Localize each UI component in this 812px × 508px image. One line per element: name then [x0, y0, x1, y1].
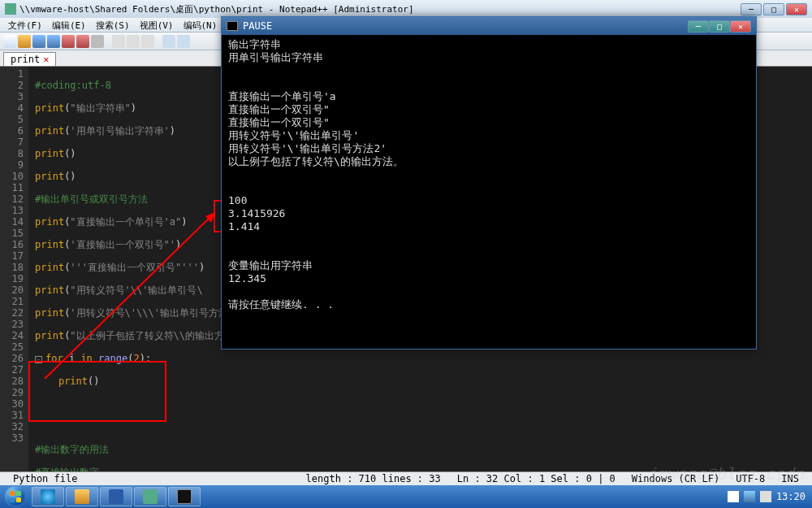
- start-button[interactable]: [0, 485, 31, 508]
- volume-icon[interactable]: [760, 491, 771, 502]
- taskbar: 13:20: [0, 485, 812, 508]
- console-output: 输出字符串 用单引号输出字符串 直接输出一个单引号'a 直接输出一个双引号" 直…: [222, 35, 756, 315]
- saveall-icon[interactable]: [47, 35, 60, 48]
- console-titlebar[interactable]: PAUSE ─ □ ✕: [222, 17, 756, 35]
- closeall-icon[interactable]: [76, 35, 89, 48]
- flag-icon[interactable]: [728, 491, 739, 502]
- tab-close-icon[interactable]: ✕: [43, 54, 49, 65]
- paste-icon[interactable]: [141, 35, 154, 48]
- close-button[interactable]: ✕: [786, 3, 807, 15]
- menu-search[interactable]: 搜索(S): [91, 18, 135, 32]
- status-filetype: Python file: [5, 473, 85, 484]
- print-icon[interactable]: [91, 35, 104, 48]
- console-title-text: PAUSE: [243, 20, 272, 32]
- new-icon[interactable]: [3, 35, 16, 48]
- status-position: Ln : 32 Col : 1 Sel : 0 | 0: [449, 473, 624, 484]
- close-icon[interactable]: [62, 35, 75, 48]
- maximize-button[interactable]: □: [763, 3, 784, 15]
- fold-icon[interactable]: -: [35, 356, 42, 363]
- network-icon[interactable]: [744, 491, 755, 502]
- task-notepadpp[interactable]: [134, 487, 166, 506]
- menu-encoding[interactable]: 编码(N): [179, 18, 222, 32]
- window-title: \\vmware-host\Shared Folders\桌面\python\p…: [19, 3, 741, 15]
- annotation-box-code: [28, 361, 166, 422]
- minimize-button[interactable]: ─: [741, 3, 762, 15]
- tab-label: print: [11, 54, 40, 65]
- undo-icon[interactable]: [162, 35, 175, 48]
- redo-icon[interactable]: [177, 35, 190, 48]
- open-icon[interactable]: [18, 35, 31, 48]
- status-encoding: UTF-8: [728, 473, 773, 484]
- tab-print[interactable]: print ✕: [3, 52, 56, 66]
- status-length: length : 710 lines : 33: [298, 473, 449, 484]
- system-tray[interactable]: 13:20: [721, 491, 812, 502]
- console-min-button[interactable]: ─: [688, 20, 709, 33]
- console-max-button[interactable]: □: [709, 20, 730, 33]
- line-gutter: 1234567891011121314151617181920212223242…: [0, 67, 28, 471]
- task-cmd[interactable]: [168, 487, 201, 506]
- task-explorer[interactable]: [66, 487, 98, 506]
- menu-edit[interactable]: 编辑(E): [47, 18, 91, 32]
- task-ie[interactable]: [32, 487, 64, 506]
- clock[interactable]: 13:20: [776, 491, 806, 502]
- console-close-button[interactable]: ✕: [730, 20, 751, 33]
- window-titlebar: \\vmware-host\Shared Folders\桌面\python\p…: [0, 0, 812, 18]
- console-window[interactable]: PAUSE ─ □ ✕ 输出字符串 用单引号输出字符串 直接输出一个单引号'a …: [221, 16, 757, 350]
- menu-view[interactable]: 视图(V): [135, 18, 179, 32]
- cmd-icon: [227, 21, 238, 31]
- menu-file[interactable]: 文件(F): [3, 18, 47, 32]
- save-icon[interactable]: [32, 35, 45, 48]
- cut-icon[interactable]: [112, 35, 125, 48]
- task-word[interactable]: [100, 487, 132, 506]
- status-eol: Windows (CR LF): [624, 473, 728, 484]
- copy-icon[interactable]: [127, 35, 140, 48]
- windows-orb-icon: [5, 486, 26, 507]
- app-icon: [5, 3, 16, 15]
- status-mode: INS: [773, 473, 807, 484]
- status-bar: Python file length : 710 lines : 33 Ln :…: [0, 471, 812, 485]
